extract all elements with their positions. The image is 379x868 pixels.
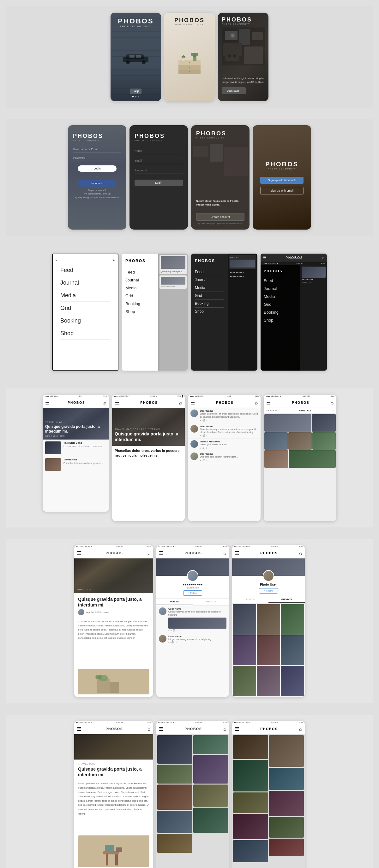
mg2-photo-4[interactable] bbox=[233, 814, 268, 839]
dark-password-field[interactable] bbox=[135, 167, 183, 174]
dark-drawer-grid[interactable]: Grid bbox=[195, 292, 224, 300]
nav-feed[interactable]: Feed bbox=[60, 265, 110, 276]
facebook-button[interactable]: facebook bbox=[78, 180, 116, 187]
menu-icon-pg1[interactable]: ☰ bbox=[159, 726, 163, 732]
search-icon-dark[interactable]: ⌕ bbox=[322, 255, 324, 260]
drawer-shop[interactable]: Shop bbox=[126, 308, 154, 316]
menu-icon-jt[interactable]: ☰ bbox=[77, 726, 81, 732]
search-icon-pg2[interactable]: ⌕ bbox=[299, 726, 302, 732]
menu-icon-p2[interactable]: ☰ bbox=[235, 550, 239, 556]
back-arrow-icon[interactable]: ‹ bbox=[55, 257, 57, 262]
drawer-media[interactable]: Media bbox=[126, 284, 154, 292]
dark-drawer-shop[interactable]: Shop bbox=[195, 308, 224, 315]
pgrid-6[interactable] bbox=[281, 635, 304, 665]
name-field[interactable] bbox=[135, 148, 183, 154]
overlay-shop[interactable]: Shop bbox=[264, 316, 297, 324]
mg2-photo-9[interactable] bbox=[269, 817, 304, 838]
pgrid-9[interactable] bbox=[281, 666, 304, 696]
search-icon-f2[interactable]: ⌕ bbox=[179, 400, 182, 406]
mg1-photo-7[interactable] bbox=[193, 755, 228, 783]
mg1-photo-2[interactable] bbox=[157, 765, 192, 783]
follow-button-p1[interactable]: + Follow bbox=[183, 590, 202, 596]
dark-drawer-feed[interactable]: Feed bbox=[195, 268, 224, 276]
pgrid-2[interactable] bbox=[257, 604, 280, 634]
menu-icon-f3[interactable]: ☰ bbox=[191, 400, 195, 406]
mg2-photo-10[interactable] bbox=[269, 839, 304, 856]
email-field[interactable] bbox=[135, 157, 183, 164]
posts-tab-2[interactable]: POSTS bbox=[232, 596, 269, 603]
photo-4[interactable] bbox=[288, 432, 312, 450]
menu-icon-dark[interactable]: ☰ bbox=[263, 255, 267, 260]
nav-media[interactable]: Media bbox=[60, 290, 110, 302]
photos-tab-2[interactable]: PHOTOS bbox=[269, 596, 305, 603]
pgrid-4[interactable] bbox=[233, 635, 256, 665]
search-icon-p1[interactable]: ⌕ bbox=[223, 551, 227, 556]
dark-drawer-media[interactable]: Media bbox=[195, 284, 224, 292]
mg2-photo-6[interactable] bbox=[269, 735, 304, 767]
mg2-photo-5[interactable] bbox=[233, 840, 268, 862]
mg2-photo-8[interactable] bbox=[269, 791, 304, 816]
password-field[interactable] bbox=[73, 155, 121, 161]
search-icon-white[interactable]: ⌕ bbox=[113, 257, 115, 262]
skip-button[interactable]: Skip bbox=[130, 89, 141, 94]
mg2-photo-1[interactable] bbox=[233, 735, 268, 759]
drawer-journal[interactable]: Journal bbox=[126, 276, 154, 284]
overlay-journal[interactable]: Journal bbox=[264, 285, 297, 292]
mg1-photo-6[interactable] bbox=[193, 735, 228, 754]
nav-shop[interactable]: Shop bbox=[60, 328, 110, 340]
follow-button-p2[interactable]: + Follow bbox=[259, 588, 278, 593]
search-icon-p2[interactable]: ⌕ bbox=[299, 551, 302, 556]
menu-icon-pg2[interactable]: ☰ bbox=[235, 726, 239, 732]
photo-7[interactable] bbox=[289, 450, 336, 468]
search-icon-f3[interactable]: ⌕ bbox=[255, 400, 258, 406]
mg1-photo-8[interactable] bbox=[193, 784, 228, 807]
pgrid-5[interactable] bbox=[257, 635, 280, 665]
facebook-signup-button[interactable]: Sign up with facebook bbox=[260, 177, 304, 184]
menu-icon-p1[interactable]: ☰ bbox=[159, 550, 163, 556]
menu-icon-f4[interactable]: ☰ bbox=[266, 400, 271, 406]
pgrid-7[interactable] bbox=[233, 666, 256, 696]
mg1-photo-9[interactable] bbox=[193, 808, 228, 833]
nav-grid[interactable]: Grid bbox=[60, 302, 110, 314]
photos-tab[interactable]: PHOTOS bbox=[193, 598, 229, 605]
search-icon-jt[interactable]: ⌕ bbox=[147, 726, 151, 732]
search-icon-j1[interactable]: ⌕ bbox=[147, 551, 151, 556]
drawer-feed[interactable]: Feed bbox=[126, 268, 154, 276]
pgrid-1[interactable] bbox=[233, 604, 256, 634]
register-link[interactable]: Not yet registered? Sign up bbox=[73, 193, 121, 195]
photo-2[interactable] bbox=[312, 414, 336, 432]
mg1-photo-5[interactable] bbox=[157, 834, 192, 853]
photo-5[interactable] bbox=[312, 432, 336, 450]
menu-icon-f2[interactable]: ☰ bbox=[115, 400, 119, 406]
search-icon-pg1[interactable]: ⌕ bbox=[223, 726, 227, 732]
mg1-photo-3[interactable] bbox=[157, 784, 192, 810]
lets-start-button[interactable]: Let's start ! bbox=[222, 87, 246, 94]
forgot-password-link[interactable]: Forgot password ? bbox=[73, 189, 121, 191]
posts-tab[interactable]: POSTS bbox=[156, 598, 193, 605]
login-button[interactable]: Login bbox=[78, 165, 116, 172]
photo-3[interactable] bbox=[264, 432, 288, 450]
drawer-grid[interactable]: Grid bbox=[126, 292, 154, 300]
mg2-photo-2[interactable] bbox=[233, 760, 268, 792]
search-icon-f4[interactable]: ⌕ bbox=[331, 400, 334, 406]
overlay-booking[interactable]: Booking bbox=[264, 308, 297, 316]
mg2-photo-7[interactable] bbox=[269, 768, 304, 790]
pgrid-3[interactable] bbox=[281, 604, 304, 634]
email-signup-button[interactable]: Sign up with email bbox=[260, 187, 304, 194]
dark-drawer-journal[interactable]: Journal bbox=[195, 276, 224, 284]
create-account-button[interactable]: Create account bbox=[196, 213, 244, 221]
photo-6[interactable] bbox=[264, 450, 288, 468]
photo-1[interactable] bbox=[264, 414, 311, 432]
overlay-feed[interactable]: Feed bbox=[264, 277, 297, 285]
menu-icon-j1[interactable]: ☰ bbox=[77, 550, 81, 556]
username-field[interactable] bbox=[73, 146, 121, 152]
mg2-photo-3[interactable] bbox=[233, 793, 268, 813]
dark-login-button[interactable]: Login bbox=[135, 180, 183, 186]
nav-journal[interactable]: Journal bbox=[60, 277, 110, 289]
overlay-media[interactable]: Media bbox=[264, 292, 297, 301]
mg1-photo-4[interactable] bbox=[157, 811, 192, 833]
search-icon-f1[interactable]: ⌕ bbox=[103, 400, 106, 406]
mg1-photo-1[interactable] bbox=[157, 735, 192, 764]
drawer-booking[interactable]: Booking bbox=[126, 300, 154, 308]
pgrid-8[interactable] bbox=[257, 666, 280, 696]
